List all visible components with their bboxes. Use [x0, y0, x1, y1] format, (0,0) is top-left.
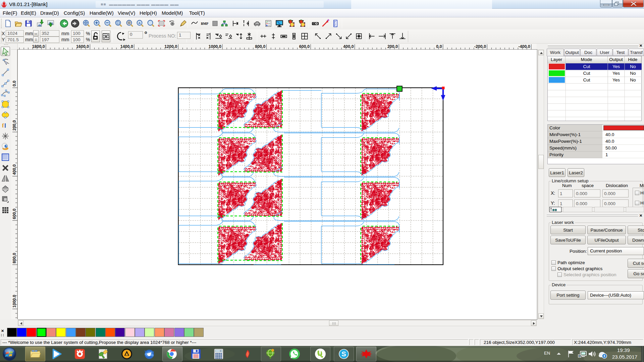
- svg-text:-400.0: -400.0: [518, 44, 530, 49]
- svg-text:200.0: 200.0: [12, 120, 17, 130]
- svg-text:A: A: [139, 21, 141, 25]
- svg-text:1600.0: 1600.0: [76, 44, 89, 49]
- svg-text:400.0: 400.0: [12, 164, 17, 175]
- svg-text:S: S: [341, 350, 346, 358]
- svg-text:0.0: 0.0: [12, 80, 17, 86]
- svg-text:1000.0: 1000.0: [12, 295, 17, 307]
- svg-text:600.0: 600.0: [299, 44, 310, 49]
- svg-text:200.0: 200.0: [387, 44, 398, 49]
- svg-text:1000.0: 1000.0: [209, 44, 221, 49]
- svg-text:f: f: [2, 123, 4, 128]
- svg-text:1800.0: 1800.0: [32, 44, 45, 49]
- svg-text:600.0: 600.0: [12, 208, 17, 219]
- svg-text:-200.0: -200.0: [474, 44, 486, 49]
- svg-text:800.0: 800.0: [12, 253, 17, 263]
- svg-text:400.0: 400.0: [343, 44, 354, 49]
- svg-text:BMP: BMP: [201, 22, 208, 25]
- svg-text:0.0: 0.0: [436, 44, 442, 49]
- svg-text:800.0: 800.0: [255, 44, 265, 49]
- svg-text:I: I: [4, 122, 6, 129]
- svg-text:1400.0: 1400.0: [120, 44, 133, 49]
- svg-text:1200.0: 1200.0: [164, 44, 177, 49]
